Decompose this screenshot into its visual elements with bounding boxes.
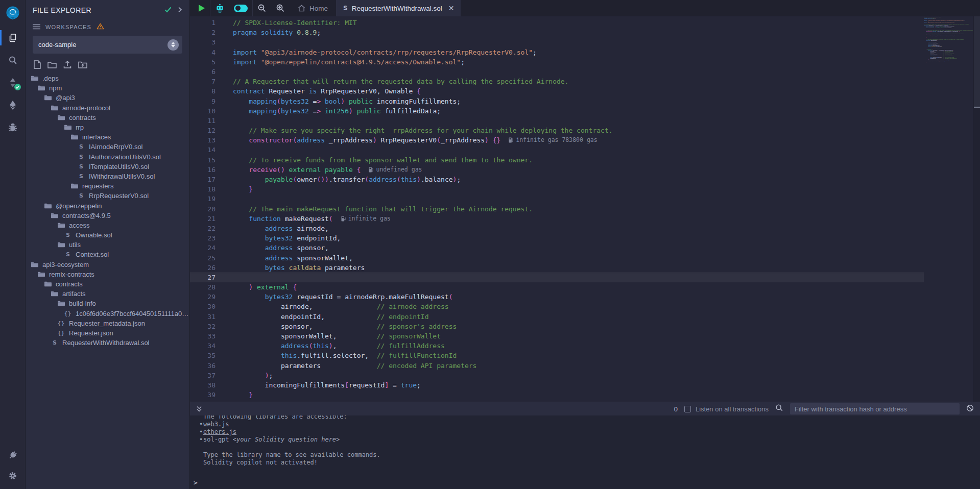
editor-scrollbar[interactable] xyxy=(973,16,980,402)
code-text: bytes32 endpointId, xyxy=(233,233,341,243)
tree-item-iairnoderrpv0-sol[interactable]: SIAirnodeRrpV0.sol xyxy=(26,142,189,152)
hamburger-menu-icon[interactable] xyxy=(33,22,40,32)
tab-active-file[interactable]: S RequesterWithWithdrawal.sol ✕ xyxy=(337,0,461,16)
folder-icon xyxy=(31,262,39,267)
workspaces-row: WORKSPACES xyxy=(26,16,189,34)
listen-checkbox[interactable] xyxy=(684,406,691,412)
upload-folder-icon[interactable] xyxy=(78,61,87,68)
tree-item-context-sol[interactable]: SContext.sol xyxy=(26,250,189,259)
tree-item--deps[interactable]: .deps xyxy=(26,74,189,83)
tree-item-api3-ecosystem[interactable]: api3-ecosystem xyxy=(26,260,189,270)
tree-item-rrprequesterv0-sol[interactable]: SRrpRequesterV0.sol xyxy=(26,191,189,201)
copilot-toggle[interactable] xyxy=(229,0,252,16)
terminal-collapse-icon[interactable] xyxy=(194,402,204,415)
terminal-output[interactable]: The following libraries are accessible:•… xyxy=(190,415,980,489)
transaction-filter-input[interactable] xyxy=(790,403,960,414)
accept-check-icon[interactable] xyxy=(164,6,172,15)
clear-console-icon[interactable] xyxy=(966,404,974,414)
tree-item-requesters[interactable]: requesters xyxy=(26,181,189,191)
tree-item-utils[interactable]: utils xyxy=(26,240,189,250)
upload-file-icon[interactable] xyxy=(63,60,71,69)
ai-copilot-robot-icon[interactable] xyxy=(210,0,229,16)
new-folder-icon[interactable] xyxy=(47,61,57,68)
tree-item-interfaces[interactable]: interfaces xyxy=(26,132,189,142)
tree-item-ownable-sol[interactable]: SOwnable.sol xyxy=(26,230,189,240)
zoom-out-icon[interactable] xyxy=(253,0,271,16)
code-line-1: 1// SPDX-License-Identifier: MIT xyxy=(190,18,924,28)
terminal-lines: The following libraries are accessible:•… xyxy=(193,415,980,467)
code-line-31: 31 endpointId, // endpointId xyxy=(190,312,924,322)
editor-minimap[interactable]: // SPDX-License-Identifier: MITpragma so… xyxy=(924,16,973,402)
tree-item-iauthorizationutilsv0-sol[interactable]: SIAuthorizationUtilsV0.sol xyxy=(26,152,189,162)
tree-item-requester-metadata-json[interactable]: {}Requester_metadata.json xyxy=(26,319,189,328)
remix-logo-icon[interactable] xyxy=(0,0,26,27)
folder-icon xyxy=(37,272,45,277)
tree-item-remix-contracts[interactable]: remix-contracts xyxy=(26,270,189,279)
deploy-run-icon[interactable] xyxy=(0,94,26,116)
tree-item-requester-json[interactable]: {}Requester.json xyxy=(26,328,189,338)
line-number: 38 xyxy=(190,380,216,390)
line-number: 21 xyxy=(190,214,216,224)
tree-item-npm[interactable]: npm xyxy=(26,83,189,93)
new-file-icon[interactable] xyxy=(34,60,41,69)
tree-item--openzeppelin[interactable]: @openzeppelin xyxy=(26,201,189,210)
tree-item-airnode-protocol[interactable]: airnode-protocol xyxy=(26,103,189,113)
code-line-21: 21 function makeRequest(infinite gas xyxy=(190,214,924,224)
scrollbar-thumb[interactable] xyxy=(974,16,980,108)
line-number: 27 xyxy=(190,273,216,282)
tree-item-build-info[interactable]: build-info xyxy=(26,299,189,308)
terminal-line: •web3.js xyxy=(193,421,980,428)
search-icon[interactable] xyxy=(0,49,26,71)
json-file-icon: {} xyxy=(57,321,65,326)
tree-item-label: artifacts xyxy=(62,290,86,298)
tree-item--api3[interactable]: @api3 xyxy=(26,93,189,103)
terminal-line: Type the library name to see available c… xyxy=(193,451,980,459)
code-lines: 1// SPDX-License-Identifier: MIT2pragma … xyxy=(190,16,924,402)
chevron-right-icon[interactable] xyxy=(178,6,182,15)
warning-icon[interactable] xyxy=(97,22,104,32)
terminal-prompt[interactable]: > xyxy=(194,479,198,486)
code-text: } xyxy=(233,390,253,400)
line-number: 20 xyxy=(190,204,216,214)
line-number: 13 xyxy=(190,135,216,145)
tree-item-contracts[interactable]: contracts xyxy=(26,279,189,289)
gas-estimate-annotation: infinite gas 783800 gas xyxy=(509,135,597,145)
tree-item-access[interactable]: access xyxy=(26,221,189,230)
editor-tab-bar: Home S RequesterWithWithdrawal.sol ✕ xyxy=(190,0,980,16)
bullet-icon: • xyxy=(199,428,203,436)
debugger-icon[interactable] xyxy=(0,116,26,139)
zoom-in-icon[interactable] xyxy=(271,0,290,16)
terminal-search-icon[interactable] xyxy=(775,404,783,414)
library-link[interactable]: web3.js xyxy=(203,421,229,428)
solidity-compiler-icon[interactable] xyxy=(0,71,26,94)
workspace-select[interactable]: code-sample xyxy=(33,36,182,54)
settings-gear-icon[interactable] xyxy=(0,466,26,486)
solidity-file-icon: S xyxy=(64,251,72,258)
tree-item-iwithdrawalutilsv0-sol[interactable]: SIWithdrawalUtilsV0.sol xyxy=(26,172,189,181)
tree-item-label: contracts xyxy=(56,280,83,288)
run-script-play-icon[interactable] xyxy=(190,0,210,16)
tree-item-requesterwithwithdrawal-sol[interactable]: SRequesterWithWithdrawal.sol xyxy=(26,338,189,348)
tree-item-contracts[interactable]: contracts xyxy=(26,113,189,123)
file-explorer-icon[interactable] xyxy=(0,27,26,49)
tree-item-rrp[interactable]: rrp xyxy=(26,123,189,132)
tree-item-1c06f6d06e3f7bccf640450151111a0-[interactable]: {}1c06f6d06e3f7bccf640450151111a0… xyxy=(26,309,189,319)
tree-item-label: contracts xyxy=(69,114,96,121)
code-editor[interactable]: 1// SPDX-License-Identifier: MIT2pragma … xyxy=(190,16,980,402)
plugin-manager-icon[interactable] xyxy=(0,445,26,466)
tree-item-itemplateutilsv0-sol[interactable]: SITemplateUtilsV0.sol xyxy=(26,162,189,172)
tab-close-icon[interactable]: ✕ xyxy=(448,4,455,12)
tab-home[interactable]: Home xyxy=(290,0,336,16)
tree-item-label: 1c06f6d06e3f7bccf640450151111a0… xyxy=(76,310,188,317)
library-link[interactable]: ethers.js xyxy=(203,428,236,435)
line-number: 25 xyxy=(190,253,216,263)
tree-item-artifacts[interactable]: artifacts xyxy=(26,289,189,299)
listen-all-transactions[interactable]: Listen on all transactions xyxy=(684,405,769,413)
line-number: 32 xyxy=(190,322,216,331)
code-line-17: 17 payable(owner()).transfer(address(thi… xyxy=(190,175,924,184)
tree-item-contracts-4-9-5[interactable]: contracts@4.9.5 xyxy=(26,211,189,221)
terminal-text xyxy=(203,444,207,451)
workspace-dropdown-icon[interactable] xyxy=(168,39,179,51)
tree-item-label: @api3 xyxy=(56,94,75,102)
main-area: Home S RequesterWithWithdrawal.sol ✕ 1//… xyxy=(190,0,980,489)
